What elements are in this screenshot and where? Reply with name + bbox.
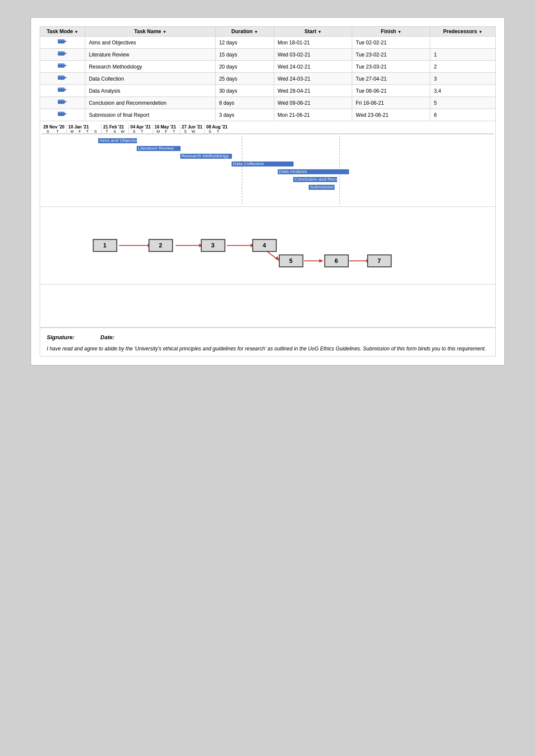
svg-text:1: 1	[103, 242, 106, 249]
predecessors-cell: 3	[430, 73, 495, 85]
task-name-cell: Data Analysis	[85, 85, 216, 97]
predecessors-cell: 1	[430, 49, 495, 61]
finish-cell: Tue 02-02-21	[352, 37, 430, 49]
task-mode-cell	[40, 49, 85, 61]
svg-text:3: 3	[211, 242, 214, 249]
task-mode-icon	[58, 111, 67, 118]
duration-cell: 20 days	[216, 61, 274, 73]
svg-rect-2	[58, 39, 65, 41]
task-name-cell: Data Collection	[85, 73, 216, 85]
start-cell: Wed 09-06-21	[274, 97, 352, 109]
start-cell: Wed 03-02-21	[274, 49, 352, 61]
task-mode-cell	[40, 85, 85, 97]
svg-marker-4	[65, 53, 67, 54]
task-mode-cell	[40, 97, 85, 109]
svg-marker-13	[65, 89, 67, 91]
task-mode-cell	[40, 73, 85, 85]
start-cell: Mon 18-01-21	[274, 37, 352, 49]
start-cell: Wed 24-03-21	[274, 73, 352, 85]
task-name-cell: Conclusion and Recommendetion	[85, 97, 216, 109]
svg-text:Aims and Objectives: Aims and Objectives	[99, 138, 141, 143]
predecessors-cell	[430, 37, 495, 49]
table-row: Conclusion and Recommendetion8 daysWed 0…	[40, 97, 495, 109]
duration-cell: 15 days	[216, 49, 274, 61]
svg-text:4: 4	[263, 242, 266, 249]
svg-rect-20	[58, 112, 65, 113]
task-mode-icon	[58, 50, 67, 57]
table-row: Literature Review15 daysWed 03-02-21Tue …	[40, 49, 495, 61]
task-name-cell: Aims and Objectives	[85, 37, 216, 49]
header-task-mode[interactable]: Task Mode ▼	[40, 27, 85, 37]
task-mode-icon	[58, 38, 67, 45]
gantt-bars-area: Aims and Objectives Literature Review Re…	[42, 136, 494, 205]
header-finish[interactable]: Finish ▼	[352, 27, 430, 37]
svg-marker-19	[65, 113, 67, 115]
svg-marker-16	[65, 101, 67, 103]
task-mode-icon	[58, 62, 67, 69]
duration-cell: 30 days	[216, 85, 274, 97]
predecessors-cell: 3,4	[430, 85, 495, 97]
header-task-name[interactable]: Task Name ▼	[85, 27, 216, 37]
svg-text:Literature Review: Literature Review	[138, 146, 174, 150]
finish-cell: Tue 27-04-21	[352, 73, 430, 85]
table-row: Data Analysis30 daysWed 28-04-21Tue 08-0…	[40, 85, 495, 97]
header-predecessors[interactable]: Predecessors ▼	[430, 27, 495, 37]
header-start[interactable]: Start ▼	[274, 27, 352, 37]
header-duration[interactable]: Duration ▼	[216, 27, 274, 37]
timeline-header: 29 Nov '20 S T 10 Jan '21 M F T S 21 Feb…	[42, 125, 494, 134]
finish-cell: Tue 08-06-21	[352, 85, 430, 97]
svg-text:6: 6	[335, 257, 338, 264]
task-name-cell: Submission of final Report	[85, 109, 216, 121]
svg-marker-39	[319, 259, 323, 262]
date-label: Date:	[100, 334, 115, 341]
svg-rect-8	[58, 63, 65, 65]
task-mode-cell	[40, 61, 85, 73]
gantt-table: Task Mode ▼ Task Name ▼ Duration ▼ Start…	[40, 26, 496, 121]
task-name-cell: Literature Review	[85, 49, 216, 61]
svg-marker-7	[65, 65, 67, 66]
table-row: Research Methodology20 daysWed 24-02-21T…	[40, 61, 495, 73]
duration-cell: 25 days	[216, 73, 274, 85]
signature-area: Signature: Date: I have read and agree t…	[40, 328, 496, 356]
predecessors-cell: 5	[430, 97, 495, 109]
finish-cell: Wed 23-06-21	[352, 109, 430, 121]
task-mode-icon	[58, 99, 67, 106]
main-page: Task Mode ▼ Task Name ▼ Duration ▼ Start…	[31, 17, 505, 366]
network-svg: 1 2 3 4 5 6 7	[40, 207, 495, 284]
svg-line-36	[266, 251, 276, 258]
start-cell: Wed 28-04-21	[274, 85, 352, 97]
blank-area	[40, 284, 496, 328]
table-row: Submission of final Report3 daysMon 21-0…	[40, 109, 495, 121]
finish-cell: Tue 23-02-21	[352, 49, 430, 61]
finish-cell: Tue 23-03-21	[352, 61, 430, 73]
svg-marker-37	[275, 256, 279, 261]
duration-cell: 3 days	[216, 109, 274, 121]
signature-line: Signature: Date:	[47, 334, 488, 341]
svg-text:Research Methodology: Research Methodology	[181, 154, 228, 158]
svg-text:7: 7	[377, 257, 381, 264]
network-diagram: 1 2 3 4 5 6 7	[40, 207, 496, 284]
svg-text:Data Analysis: Data Analysis	[279, 169, 307, 174]
table-row: Aims and Objectives12 daysMon 18-01-21Tu…	[40, 37, 495, 49]
table-row: Data Collection25 daysWed 24-03-21Tue 27…	[40, 73, 495, 85]
duration-cell: 8 days	[216, 97, 274, 109]
signature-label: Signature:	[47, 334, 75, 341]
svg-rect-14	[58, 87, 65, 89]
start-cell: Wed 24-02-21	[274, 61, 352, 73]
svg-text:Conclusion and Recommendetion: Conclusion and Recommendetion	[294, 177, 363, 181]
svg-text:Data Collection: Data Collection	[233, 162, 264, 166]
svg-text:5: 5	[289, 257, 292, 264]
gantt-chart-area: 29 Nov '20 S T 10 Jan '21 M F T S 21 Feb…	[40, 121, 496, 207]
predecessors-cell: 2	[430, 61, 495, 73]
task-mode-icon	[58, 87, 67, 94]
task-mode-cell	[40, 37, 85, 49]
task-name-cell: Research Methodology	[85, 61, 216, 73]
svg-text:Submission of final Report: Submission of final Report	[310, 185, 363, 189]
finish-cell: Fri 18-06-21	[352, 97, 430, 109]
gantt-svg: Aims and Objectives Literature Review Re…	[42, 136, 494, 205]
predecessors-cell: 6	[430, 109, 495, 121]
svg-text:2: 2	[159, 242, 162, 249]
svg-marker-1	[65, 41, 67, 42]
svg-rect-11	[58, 75, 65, 77]
ethics-text: I have read and agree to abide by the 'U…	[47, 345, 488, 353]
